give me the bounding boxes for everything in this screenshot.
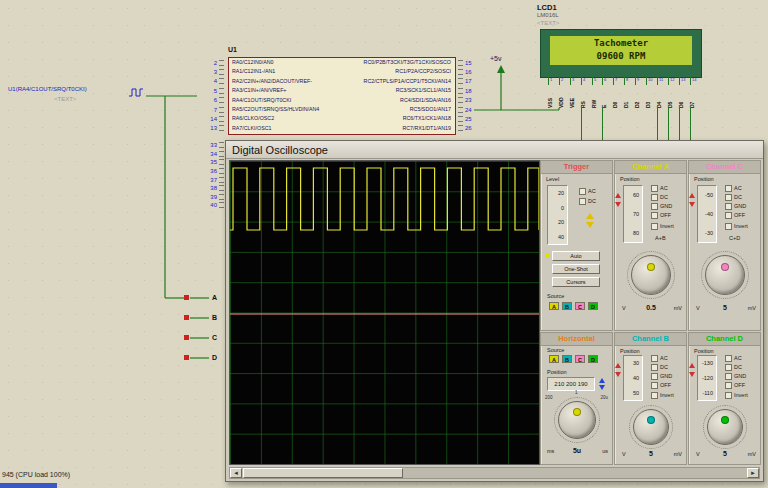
trigger-cursors-button[interactable]: Cursors [552, 277, 600, 287]
pin-number-row[interactable]: 17 [456, 77, 490, 86]
pin-number-row[interactable]: 25 [456, 114, 490, 123]
power-label[interactable]: +5v [490, 55, 501, 62]
position-down-arrow-icon[interactable] [689, 202, 695, 207]
lcd-pin-number: 7 [615, 77, 617, 82]
channel-c-position-scale[interactable]: -50 -40 -30 [697, 185, 717, 243]
pin-number: 24 [465, 107, 472, 113]
channel-a-off-button[interactable] [651, 212, 658, 219]
channel-d-off-button[interactable] [725, 382, 732, 389]
channel-a-invert-button[interactable] [651, 223, 658, 230]
lcd-pin-stub [548, 76, 549, 85]
pin-number-row[interactable]: 33 [198, 141, 226, 150]
horizontal-position-display[interactable]: 210 200 190 [547, 377, 595, 391]
oscilloscope-screen[interactable] [229, 160, 540, 465]
scroll-left-button[interactable]: ◄ [230, 468, 242, 478]
channel-b-position-scale[interactable]: 30 40 50 [623, 355, 643, 401]
pin-number-row[interactable]: 6 [196, 96, 226, 105]
channel-c-dc-button[interactable] [725, 194, 732, 201]
horizontal-timebase-knob[interactable] [554, 397, 600, 443]
pin-number-row[interactable]: 13 [196, 124, 226, 133]
position-down-arrow-icon[interactable] [615, 372, 621, 377]
mode-label: OFF [734, 212, 745, 218]
pin-number-row[interactable]: 14 [196, 114, 226, 123]
pin-number-row[interactable]: 38 [198, 184, 226, 193]
trigger-source-b[interactable]: B [562, 302, 572, 310]
horizontal-source-b[interactable]: B [562, 355, 572, 363]
channel-b-gnd-button[interactable] [651, 373, 658, 380]
pin-number-row[interactable]: 7 [196, 105, 226, 114]
pin-number-row[interactable]: 26 [456, 124, 490, 133]
channel-a-title: Channel A [632, 162, 669, 171]
channel-c-invert-button[interactable] [725, 223, 732, 230]
pin-number-row[interactable]: 4 [196, 77, 226, 86]
pin-number-row[interactable]: 15 [456, 58, 490, 67]
pin-number-row[interactable]: 18 [456, 86, 490, 95]
position-down-arrow-icon[interactable] [689, 372, 695, 377]
channel-b-dc-button[interactable] [651, 364, 658, 371]
channel-d-dc-button[interactable] [725, 364, 732, 371]
channel-a-combine-label[interactable]: A+B [655, 235, 666, 241]
pin-number-row[interactable]: 36 [198, 167, 226, 176]
horizontal-source-c[interactable]: C [575, 355, 585, 363]
lcd-display[interactable]: Tachometer 09600 RPM [540, 29, 702, 78]
pin-number-row[interactable]: 39 [198, 193, 226, 202]
channel-c-combine-label[interactable]: C+D [729, 235, 740, 241]
trigger-ac-button[interactable] [579, 188, 586, 195]
trigger-edge-down-arrow-icon[interactable] [586, 222, 594, 228]
channel-d-invert-button[interactable] [725, 392, 732, 399]
scroll-thumb[interactable] [243, 468, 403, 478]
trigger-source-c[interactable]: C [575, 302, 585, 310]
channel-d-ac-button[interactable] [725, 355, 732, 362]
channel-b-invert-button[interactable] [651, 392, 658, 399]
position-up-arrow-icon[interactable] [615, 193, 621, 198]
channel-a-gnd-button[interactable] [651, 203, 658, 210]
channel-a-gain-knob[interactable] [627, 251, 675, 299]
channel-d-gain-knob[interactable] [703, 405, 747, 449]
knob-pointer [573, 408, 581, 416]
pin-number-row[interactable]: 40 [198, 201, 226, 210]
channel-a-position-scale[interactable]: 60 70 80 [623, 185, 643, 243]
trigger-auto-button[interactable]: Auto [552, 251, 600, 261]
probe-label[interactable]: U1(RA4/C1OUT/SRQ/T0CKI) [8, 86, 87, 92]
mode-label: AC [660, 355, 668, 361]
channel-d-gnd-button[interactable] [725, 373, 732, 380]
pin-number-row[interactable]: 3 [196, 67, 226, 76]
pin-number-row[interactable]: 16 [456, 67, 490, 76]
channel-d-position-scale[interactable]: -130 -120 -110 [697, 355, 717, 401]
pin-number-row[interactable]: 23 [456, 96, 490, 105]
horizontal-source-a[interactable]: A [549, 355, 559, 363]
position-down-arrow-icon[interactable] [599, 385, 605, 390]
channel-a-dc-button[interactable] [651, 194, 658, 201]
pin-number-row[interactable]: 24 [456, 105, 490, 114]
channel-b-ac-button[interactable] [651, 355, 658, 362]
pin-number-row[interactable]: 34 [198, 150, 226, 159]
pin-number-row[interactable]: 35 [198, 158, 226, 167]
pin-number-row[interactable]: 37 [198, 175, 226, 184]
trigger-source-a[interactable]: A [549, 302, 559, 310]
trigger-oneshot-button[interactable]: One-Shot [552, 264, 600, 274]
scope-horizontal-scrollbar[interactable]: ◄ ► [229, 467, 760, 479]
horizontal-source-d[interactable]: D [588, 355, 598, 363]
position-down-arrow-icon[interactable] [615, 202, 621, 207]
channel-c-ac-button[interactable] [725, 185, 732, 192]
position-up-arrow-icon[interactable] [689, 193, 695, 198]
pin-number-row[interactable]: 2 [196, 58, 226, 67]
channel-c-gain-knob[interactable] [701, 251, 749, 299]
window-titlebar[interactable]: Digital Oscilloscope [226, 141, 763, 159]
channel-c-off-button[interactable] [725, 212, 732, 219]
position-up-arrow-icon[interactable] [615, 363, 621, 368]
unconnected-pin-marker [184, 315, 189, 320]
trigger-dc-button[interactable] [579, 198, 586, 205]
channel-b-gain-knob[interactable] [629, 405, 673, 449]
position-up-arrow-icon[interactable] [599, 378, 605, 383]
scroll-right-button[interactable]: ► [747, 468, 759, 478]
channel-a-ac-button[interactable] [651, 185, 658, 192]
channel-c-gnd-button[interactable] [725, 203, 732, 210]
trigger-level-scale[interactable]: 20 0 20 40 [547, 185, 568, 245]
trigger-edge-up-arrow-icon[interactable] [586, 213, 594, 219]
pin-number-row[interactable]: 5 [196, 86, 226, 95]
channel-b-off-button[interactable] [651, 382, 658, 389]
knob-unit-left: ms [547, 448, 554, 454]
trigger-source-d[interactable]: D [588, 302, 598, 310]
position-up-arrow-icon[interactable] [689, 363, 695, 368]
